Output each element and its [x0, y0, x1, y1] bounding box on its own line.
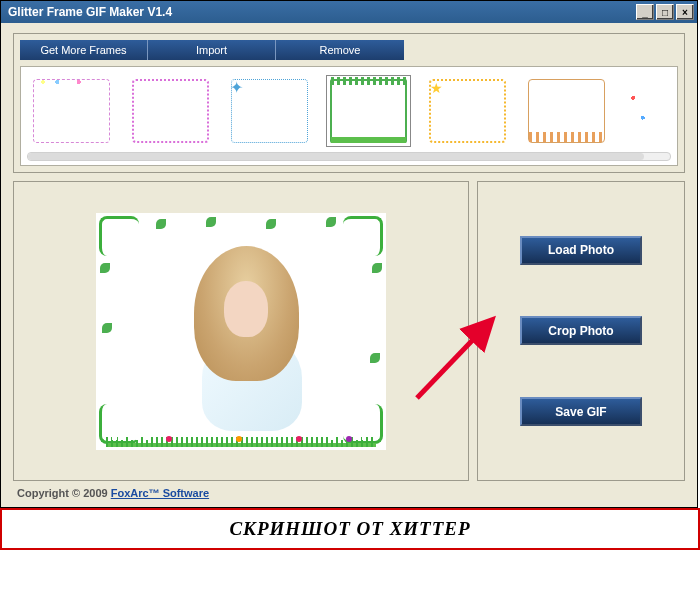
frame-thumb-selected[interactable]	[326, 75, 411, 147]
copyright-text: Copyright © 2009	[17, 487, 111, 499]
frame-thumb[interactable]	[29, 75, 114, 147]
screenshot-watermark-banner: СКРИНШОТ ОТ ХИТТЕР	[0, 508, 700, 550]
crop-photo-button[interactable]: Crop Photo	[520, 316, 642, 345]
footer: Copyright © 2009 FoxArc™ Software	[13, 481, 685, 501]
minimize-button[interactable]: _	[636, 4, 654, 20]
frame-thumbnail-strip[interactable]: ✦ ★	[20, 66, 678, 166]
frames-panel: Get More Frames Import Remove ✦ ★	[13, 33, 685, 173]
frame-thumb[interactable]	[623, 75, 653, 147]
preview-panel	[13, 181, 469, 481]
maximize-button[interactable]: □	[656, 4, 674, 20]
window-title: Glitter Frame GIF Maker V1.4	[4, 5, 634, 19]
titlebar: Glitter Frame GIF Maker V1.4 _ □ ×	[1, 1, 697, 23]
get-more-frames-button[interactable]: Get More Frames	[20, 40, 148, 60]
remove-button[interactable]: Remove	[276, 40, 404, 60]
thumbnail-scrollbar[interactable]	[27, 152, 671, 161]
vendor-link[interactable]: FoxArc™ Software	[111, 487, 209, 499]
watermark-text: СКРИНШОТ ОТ ХИТТЕР	[229, 518, 470, 540]
frame-thumb[interactable]: ✦	[227, 75, 312, 147]
frame-thumb[interactable]	[524, 75, 609, 147]
preview-image	[96, 213, 386, 450]
frame-thumb[interactable]: ★	[425, 75, 510, 147]
close-button[interactable]: ×	[676, 4, 694, 20]
save-gif-button[interactable]: Save GIF	[520, 397, 642, 426]
actions-panel: Load Photo Crop Photo Save GIF	[477, 181, 685, 481]
import-button[interactable]: Import	[148, 40, 276, 60]
app-window: Glitter Frame GIF Maker V1.4 _ □ × Get M…	[0, 0, 698, 508]
photo-subject	[176, 246, 316, 431]
load-photo-button[interactable]: Load Photo	[520, 236, 642, 265]
frame-thumb[interactable]	[128, 75, 213, 147]
app-body: Get More Frames Import Remove ✦ ★	[1, 23, 697, 507]
frames-toolbar: Get More Frames Import Remove	[20, 40, 678, 60]
